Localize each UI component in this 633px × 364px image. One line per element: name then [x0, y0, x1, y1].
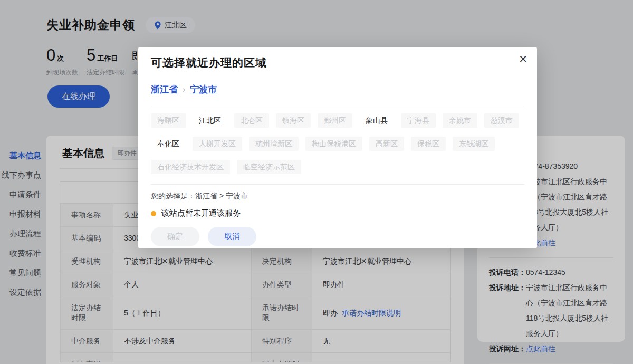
- region-button-grid: 海曙区江北区北仑区镇海区鄞州区象山县宁海县余姚市慈溪市奉化区大榭开发区杭州湾新区…: [151, 113, 524, 174]
- region-button: 余姚市: [443, 113, 477, 128]
- close-icon[interactable]: ✕: [519, 54, 528, 64]
- notice-text: 该站点暂未开通该服务: [161, 208, 241, 218]
- region-button: 宁海县: [401, 113, 436, 128]
- region-button: 慈溪市: [484, 113, 519, 128]
- confirm-button: 确定: [151, 227, 199, 246]
- chevron-right-icon: ›: [183, 85, 185, 94]
- region-button[interactable]: 奉化区: [151, 137, 186, 151]
- region-button: 临空经济示范区: [237, 160, 301, 174]
- divider: [151, 106, 524, 106]
- region-button: 镇海区: [276, 113, 311, 128]
- breadcrumb-city-link[interactable]: 宁波市: [190, 83, 217, 95]
- divider: [151, 184, 524, 185]
- breadcrumb-province-link[interactable]: 浙江省: [151, 83, 178, 95]
- region-breadcrumb: 浙江省 › 宁波市: [151, 83, 524, 95]
- region-select-modal: ✕ 可选择就近办理的区域 浙江省 › 宁波市 海曙区江北区北仑区镇海区鄞州区象山…: [138, 47, 537, 248]
- region-button: 北仑区: [234, 113, 269, 128]
- selection-value: 浙江省 > 宁波市: [195, 191, 248, 200]
- modal-title: 可选择就近办理的区域: [151, 55, 524, 70]
- region-button: 东钱湖区: [453, 137, 495, 151]
- region-button: 杭州湾新区: [249, 137, 299, 151]
- service-unavailable-notice: 该站点暂未开通该服务: [151, 208, 524, 218]
- region-button: 石化经济技术开发区: [151, 160, 230, 174]
- modal-actions: 确定 取消: [151, 227, 524, 246]
- region-button: 大榭开发区: [193, 137, 242, 151]
- cancel-button[interactable]: 取消: [208, 227, 256, 246]
- selection-summary: 您的选择是：浙江省 > 宁波市: [151, 191, 524, 201]
- region-button[interactable]: 象山县: [359, 113, 394, 128]
- region-button[interactable]: 江北区: [193, 113, 227, 128]
- region-button: 高新区: [369, 137, 404, 151]
- region-button: 梅山保税港区: [305, 137, 362, 151]
- orange-dot-icon: [151, 211, 156, 216]
- region-button: 保税区: [411, 137, 446, 151]
- selection-label: 您的选择是：: [151, 191, 195, 200]
- region-button: 海曙区: [151, 113, 186, 128]
- region-button: 鄞州区: [318, 113, 352, 128]
